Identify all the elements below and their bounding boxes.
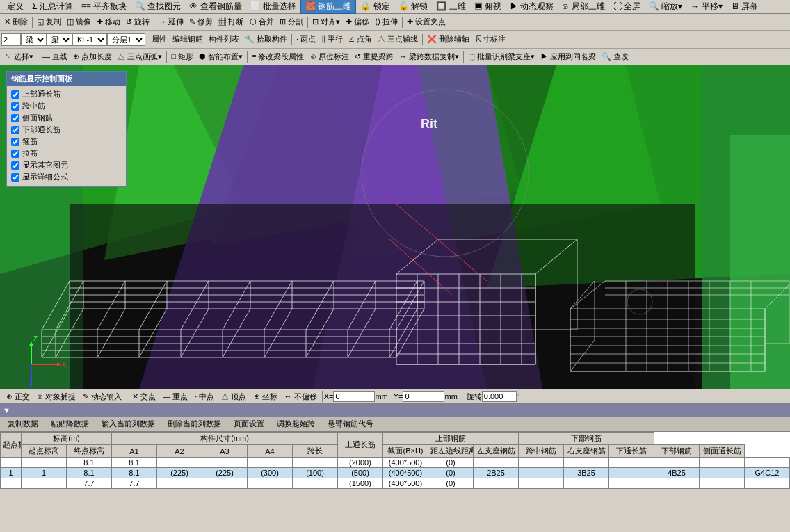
table-cell[interactable]: (1500) bbox=[338, 478, 383, 489]
menu-topview[interactable]: ▣ 俯视 bbox=[470, 0, 506, 13]
table-cell[interactable] bbox=[293, 478, 338, 489]
table-cell[interactable] bbox=[519, 468, 564, 478]
table-cell[interactable] bbox=[293, 458, 338, 468]
table-cell[interactable] bbox=[1, 478, 22, 489]
table-cell[interactable] bbox=[22, 458, 67, 468]
btn-copy-data[interactable]: 复制数据 bbox=[3, 417, 43, 430]
table-cell[interactable]: 8.1 bbox=[67, 458, 112, 468]
btn-del-axis[interactable]: ❌ 删除辅轴 bbox=[424, 33, 472, 47]
table-cell[interactable] bbox=[1, 458, 22, 468]
table-cell[interactable] bbox=[700, 458, 745, 468]
btn-align[interactable]: ⊡ 对齐▾ bbox=[309, 15, 343, 29]
table-cell[interactable]: 8.1 bbox=[112, 468, 157, 478]
btn-mirror[interactable]: ◫ 镜像 bbox=[64, 15, 94, 29]
table-row[interactable]: 8.18.1(2000)(400*500)(0) bbox=[1, 458, 790, 468]
cb-show-formula[interactable] bbox=[11, 173, 19, 182]
table-cell[interactable] bbox=[474, 478, 519, 489]
table-cell[interactable] bbox=[157, 478, 202, 489]
menu-3d[interactable]: 🔲 三维 bbox=[432, 0, 469, 13]
table-cell[interactable]: (400*500) bbox=[383, 468, 428, 478]
menu-steel3d[interactable]: 🧱 钢筋三维 bbox=[300, 0, 356, 14]
data-table-wrapper[interactable]: 起点标高 标高(m) 构件尺寸(mm) 上通长筋 上部钢筋 下部钢筋 起点标高 … bbox=[0, 432, 790, 532]
table-cell[interactable] bbox=[564, 458, 609, 468]
menu-unlock[interactable]: 🔓 解锁 bbox=[394, 0, 432, 13]
layer-select[interactable]: 分层1 bbox=[107, 33, 145, 46]
table-cell[interactable]: (400*500) bbox=[383, 478, 428, 489]
btn-snap[interactable]: ⊙ 对象捕捉 bbox=[33, 390, 79, 403]
cb-side-steel[interactable] bbox=[11, 114, 19, 122]
comp-select[interactable]: KL-1 bbox=[72, 33, 107, 46]
btn-vertex[interactable]: △ 顶点 bbox=[218, 390, 250, 403]
btn-setgrip[interactable]: ✚ 设置夹点 bbox=[404, 15, 449, 29]
cb-show-other[interactable] bbox=[11, 161, 19, 170]
table-cell[interactable] bbox=[248, 478, 293, 489]
menu-levelboard[interactable]: ≡≡ 平齐板块 bbox=[77, 0, 131, 13]
table-cell[interactable]: 4B25 bbox=[654, 468, 700, 478]
btn-center[interactable]: · 中点 bbox=[191, 390, 218, 403]
y-coord-input[interactable] bbox=[403, 391, 444, 402]
table-cell[interactable] bbox=[745, 478, 790, 489]
btn-swap-span[interactable]: 调换起始跨 bbox=[272, 417, 320, 430]
num-input[interactable] bbox=[1, 33, 21, 46]
menu-batchsel[interactable]: ⬜ 批量选择 bbox=[246, 0, 300, 13]
btn-apply-samename[interactable]: ▶ 应用到同名梁 bbox=[538, 50, 599, 64]
menu-dyn-observe[interactable]: ▶ 动态观察 bbox=[506, 0, 558, 13]
btn-stretch[interactable]: ⟨⟩ 拉伸 bbox=[372, 15, 401, 29]
btn-comp-list[interactable]: 构件列表 bbox=[206, 33, 242, 47]
type1-select[interactable]: 梁 bbox=[21, 33, 47, 46]
table-cell[interactable] bbox=[654, 458, 700, 468]
cb-upper-long[interactable] bbox=[11, 90, 19, 99]
table-cell[interactable]: 1 bbox=[1, 468, 22, 478]
table-cell[interactable] bbox=[519, 478, 564, 489]
btn-copy[interactable]: ◱ 复制 bbox=[34, 15, 64, 29]
cb-lower-long[interactable] bbox=[11, 126, 19, 134]
table-cell[interactable]: 8.1 bbox=[67, 468, 112, 478]
btn-edit-steel[interactable]: 编辑钢筋 bbox=[170, 33, 206, 47]
btn-split[interactable]: ⊞ 分割 bbox=[277, 15, 306, 29]
btn-paste-data[interactable]: 粘贴降数据 bbox=[46, 417, 94, 430]
cb-stirrup[interactable] bbox=[11, 138, 19, 146]
table-cell[interactable] bbox=[700, 468, 745, 478]
table-cell[interactable] bbox=[474, 458, 519, 468]
btn-mod-beamseg[interactable]: ≡ 修改梁段属性 bbox=[249, 50, 307, 64]
btn-intersect[interactable]: ✕ 交点 bbox=[129, 390, 159, 403]
table-cell[interactable]: (500) bbox=[338, 468, 383, 478]
btn-midpt[interactable]: — 重点 bbox=[159, 390, 191, 403]
btn-smart-layout[interactable]: ⬢ 智能布置▾ bbox=[196, 50, 245, 64]
btn-select[interactable]: ↖ 选择▾ bbox=[1, 50, 36, 64]
table-cell[interactable] bbox=[654, 478, 700, 489]
btn-merge[interactable]: ⬡ 合并 bbox=[247, 15, 277, 29]
btn-check-modify[interactable]: 🔍 查改 bbox=[599, 50, 631, 64]
menu-lock[interactable]: 🔒 锁定 bbox=[356, 0, 394, 13]
table-cell[interactable]: 7.7 bbox=[67, 478, 112, 489]
table-cell[interactable] bbox=[564, 478, 609, 489]
btn-page-setup[interactable]: 页面设置 bbox=[229, 417, 269, 430]
table-cell[interactable] bbox=[22, 478, 67, 489]
type2-select[interactable]: 梁 bbox=[47, 33, 72, 46]
btn-ortho[interactable]: ⊕ 正交 bbox=[3, 390, 33, 403]
rotate-input[interactable] bbox=[482, 391, 517, 402]
menu-pan[interactable]: ↔ 平移▾ bbox=[686, 0, 726, 13]
btn-coord[interactable]: ⊕ 坐标 bbox=[250, 390, 281, 403]
btn-offset[interactable]: ✚ 偏移 bbox=[343, 15, 372, 29]
table-cell[interactable]: (0) bbox=[428, 478, 474, 489]
btn-repick-beam[interactable]: ↺ 重提梁跨 bbox=[352, 50, 396, 64]
menu-findfig[interactable]: 🔍 查找图元 bbox=[131, 0, 185, 13]
table-cell[interactable] bbox=[609, 468, 654, 478]
btn-inplace-label[interactable]: ⊙ 原位标注 bbox=[307, 50, 352, 64]
btn-rotate[interactable]: ↺ 旋转 bbox=[123, 15, 152, 29]
table-cell[interactable] bbox=[609, 458, 654, 468]
table-cell[interactable]: (300) bbox=[248, 468, 293, 478]
btn-move[interactable]: ✚ 移动 bbox=[94, 15, 123, 29]
table-cell[interactable]: (2000) bbox=[338, 458, 383, 468]
btn-addlen[interactable]: ⊕ 点加长度 bbox=[70, 50, 115, 64]
table-cell[interactable]: (400*500) bbox=[383, 458, 428, 468]
table-cell[interactable]: 8.1 bbox=[112, 458, 157, 468]
btn-del-col[interactable]: 删除当前列数据 bbox=[163, 417, 226, 430]
menu-screen[interactable]: 🖥 屏幕 bbox=[727, 0, 762, 13]
btn-two-point[interactable]: · 两点 bbox=[293, 33, 319, 47]
btn-dynin[interactable]: ✎ 动态输入 bbox=[79, 390, 125, 403]
table-cell[interactable] bbox=[248, 458, 293, 468]
table-cell[interactable]: (225) bbox=[202, 468, 248, 478]
btn-line[interactable]: — 直线 bbox=[40, 50, 70, 64]
